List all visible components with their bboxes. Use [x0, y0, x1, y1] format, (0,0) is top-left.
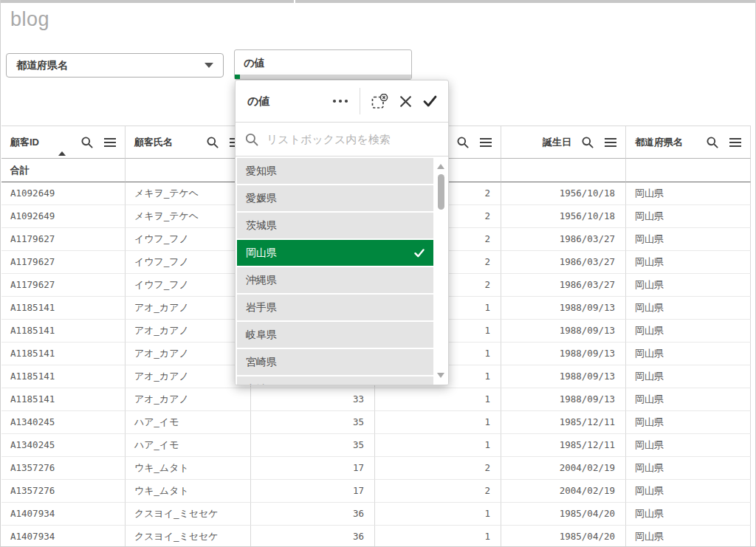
table-cell[interactable]: 1985/12/11: [501, 434, 626, 457]
prefecture-filter-dropdown[interactable]: 都道府県名: [6, 53, 224, 78]
table-cell[interactable]: 岡山県: [626, 297, 751, 320]
table-cell[interactable]: 岡山県: [626, 205, 751, 228]
table-cell[interactable]: 2: [375, 457, 501, 480]
table-cell[interactable]: 岡山県: [626, 228, 751, 251]
table-cell[interactable]: クスヨイ_ミセセケ: [126, 526, 251, 547]
table-cell[interactable]: A1179627: [1, 228, 126, 251]
table-cell[interactable]: A1179627: [1, 274, 126, 297]
table-cell[interactable]: A1185141: [1, 388, 126, 411]
table-cell[interactable]: 岡山県: [626, 182, 751, 205]
listbox-item[interactable]: 宮崎県: [237, 349, 433, 375]
search-icon[interactable]: [80, 136, 94, 149]
table-cell[interactable]: 2004/02/19: [501, 480, 626, 503]
table-cell[interactable]: ウキ_ムタト: [126, 457, 251, 480]
listbox-item[interactable]: 沖縄県: [237, 267, 433, 293]
table-cell[interactable]: A1407934: [1, 526, 126, 547]
table-cell[interactable]: 1: [375, 526, 501, 547]
table-cell[interactable]: 岡山県: [626, 251, 751, 274]
listbox-item[interactable]: 岩手県: [237, 295, 433, 320]
table-cell[interactable]: 1986/03/27: [501, 274, 626, 297]
column-header-1[interactable]: 顧客氏名: [126, 125, 251, 159]
table-cell[interactable]: イウフ_フノ: [126, 228, 251, 251]
table-cell[interactable]: 1985/04/20: [501, 526, 626, 547]
table-cell[interactable]: A1185141: [1, 343, 126, 365]
scroll-up-icon[interactable]: [437, 164, 444, 169]
table-cell[interactable]: 35: [251, 434, 375, 457]
table-cell[interactable]: A1185141: [1, 320, 126, 343]
table-cell[interactable]: A1179627: [1, 251, 126, 274]
clear-selection-button[interactable]: [371, 94, 388, 109]
search-icon[interactable]: [706, 136, 719, 149]
column-menu-icon[interactable]: [604, 137, 617, 148]
table-cell[interactable]: 1988/09/13: [501, 320, 626, 343]
listbox-item[interactable]: 茨城県: [237, 213, 433, 238]
column-menu-icon[interactable]: [479, 137, 492, 148]
table-cell[interactable]: 岡山県: [626, 388, 751, 411]
listbox-item-selected[interactable]: 岡山県: [237, 240, 433, 266]
table-cell[interactable]: 岡山県: [626, 274, 751, 297]
table-cell[interactable]: 17: [251, 480, 375, 503]
table-cell[interactable]: 岡山県: [626, 480, 751, 503]
table-cell[interactable]: 35: [251, 411, 375, 434]
table-cell[interactable]: 1988/09/13: [501, 343, 626, 365]
column-header-5[interactable]: 都道府県名: [626, 125, 751, 159]
column-menu-icon[interactable]: [729, 137, 742, 148]
table-cell[interactable]: 1988/09/13: [501, 297, 626, 320]
table-cell[interactable]: アオ_カアノ: [126, 320, 251, 343]
table-cell[interactable]: 岡山県: [626, 365, 751, 388]
table-cell[interactable]: 1988/09/13: [501, 365, 626, 388]
table-cell[interactable]: 岡山県: [626, 343, 751, 365]
table-cell[interactable]: 岡山県: [626, 434, 751, 457]
search-icon[interactable]: [456, 136, 470, 149]
listbox-search-input[interactable]: [267, 133, 439, 145]
table-cell[interactable]: A1357276: [1, 480, 126, 503]
table-cell[interactable]: アオ_カアノ: [126, 388, 251, 411]
table-cell[interactable]: A1340245: [1, 434, 126, 457]
table-cell[interactable]: ハア_イモ: [126, 434, 251, 457]
listbox-widget[interactable]: の値: [234, 49, 412, 80]
table-cell[interactable]: 1: [375, 503, 501, 526]
table-cell[interactable]: 岡山県: [626, 457, 751, 480]
search-icon[interactable]: [581, 136, 594, 149]
table-cell[interactable]: 2004/02/19: [501, 457, 626, 480]
table-cell[interactable]: 岡山県: [626, 526, 751, 547]
table-cell[interactable]: 1956/10/18: [501, 205, 626, 228]
listbox-item[interactable]: 愛媛県: [237, 185, 433, 211]
table-cell[interactable]: メキヲ_テケヘ: [126, 205, 251, 228]
table-cell[interactable]: 1956/10/18: [501, 182, 626, 205]
scroll-down-icon[interactable]: [437, 373, 444, 378]
scrollbar-thumb[interactable]: [438, 174, 444, 210]
table-cell[interactable]: ウキ_ムタト: [126, 480, 251, 503]
table-cell[interactable]: 1985/12/11: [501, 411, 626, 434]
listbox-scrollbar[interactable]: [433, 158, 448, 385]
table-cell[interactable]: A1092649: [1, 205, 126, 228]
column-header-0[interactable]: 顧客ID: [1, 125, 126, 159]
column-menu-icon[interactable]: [103, 137, 117, 148]
table-cell[interactable]: クスヨイ_ミセセケ: [126, 503, 251, 526]
table-cell[interactable]: 36: [251, 503, 375, 526]
table-cell[interactable]: 33: [251, 388, 375, 411]
cancel-selection-button[interactable]: [399, 95, 412, 108]
table-cell[interactable]: 17: [251, 457, 375, 480]
confirm-selection-button[interactable]: [423, 95, 437, 107]
table-cell[interactable]: 1986/03/27: [501, 251, 626, 274]
table-cell[interactable]: A1357276: [1, 457, 126, 480]
table-cell[interactable]: 岡山県: [626, 503, 751, 526]
table-cell[interactable]: アオ_カアノ: [126, 297, 251, 320]
table-cell[interactable]: イウフ_フノ: [126, 251, 251, 274]
table-cell[interactable]: A1340245: [1, 411, 126, 434]
table-cell[interactable]: 1985/04/20: [501, 503, 626, 526]
listbox-item[interactable]: 岐阜県: [237, 322, 433, 348]
table-cell[interactable]: A1407934: [1, 503, 126, 526]
search-icon[interactable]: [206, 136, 219, 149]
column-header-4[interactable]: 誕生日: [501, 125, 626, 159]
table-cell[interactable]: 1988/09/13: [501, 388, 626, 411]
table-cell[interactable]: アオ_カアノ: [126, 365, 251, 388]
table-cell[interactable]: 36: [251, 526, 375, 547]
table-cell[interactable]: 1: [375, 388, 501, 411]
table-cell[interactable]: A1185141: [1, 365, 126, 388]
table-cell[interactable]: 岡山県: [626, 411, 751, 434]
table-cell[interactable]: メキヲ_テケヘ: [126, 182, 251, 205]
table-cell[interactable]: アオ_カアノ: [126, 343, 251, 365]
table-cell[interactable]: 1: [375, 434, 501, 457]
